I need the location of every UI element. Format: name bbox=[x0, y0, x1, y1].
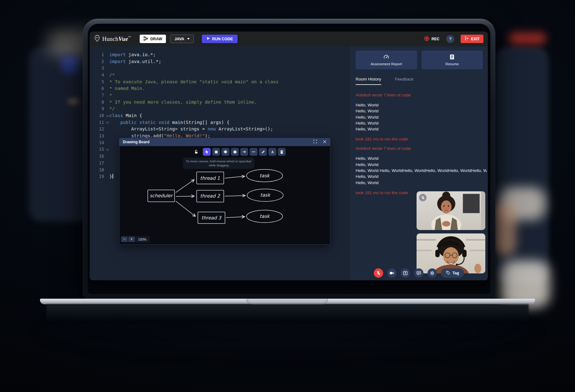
drawing-board-title: Drawing Board bbox=[123, 140, 149, 144]
code-line[interactable]: 8* If you need more classes, simply defi… bbox=[90, 99, 350, 105]
draw-button-label: DRAW bbox=[150, 37, 162, 41]
square-tool-button[interactable] bbox=[212, 148, 220, 156]
top-bar: HunchVue™ DRAW JAVA RUN CODE bbox=[90, 32, 488, 46]
arrow-tool-button[interactable] bbox=[240, 148, 248, 156]
thread1-node-label: thread 1 bbox=[200, 175, 220, 181]
camera-button[interactable] bbox=[387, 268, 397, 278]
exit-label: EXIT bbox=[471, 37, 480, 41]
assessment-report-button[interactable]: Assessment Report bbox=[356, 51, 417, 69]
code-line[interactable]: 1import java.io.*; bbox=[90, 51, 350, 58]
screenshot-stage: HunchVue™ DRAW JAVA RUN CODE bbox=[0, 0, 575, 392]
code-line[interactable]: 7* bbox=[90, 92, 350, 99]
history-list: Antriksh wrote 7 lines of codeHello, Wor… bbox=[356, 93, 487, 195]
drawing-board-header[interactable]: Drawing Board bbox=[119, 138, 330, 146]
fold-chevron-icon[interactable] bbox=[106, 114, 109, 117]
code-line[interactable]: 12 ArrayList<String> strings = new Array… bbox=[90, 126, 350, 133]
video-thumbnail-interviewer[interactable] bbox=[417, 191, 485, 230]
settings-button[interactable] bbox=[428, 268, 437, 278]
code-line[interactable]: 11 public static void main(String[] args… bbox=[90, 119, 350, 126]
panel-tabs: Room History Feedback bbox=[356, 77, 483, 85]
history-entry: Hello, World bbox=[356, 126, 487, 132]
exit-button[interactable]: EXIT bbox=[461, 35, 483, 43]
zoom-in-button[interactable]: + bbox=[128, 237, 135, 242]
owl-pin-logo-icon bbox=[94, 35, 100, 43]
svg-text:A: A bbox=[271, 150, 274, 154]
history-entry: Hello, World bbox=[356, 102, 487, 108]
history-entry: Hello, World bbox=[356, 155, 487, 161]
expand-icon[interactable] bbox=[313, 139, 317, 145]
zoom-controls: − + 100% bbox=[121, 236, 150, 243]
play-icon bbox=[207, 37, 210, 41]
language-select[interactable]: JAVA bbox=[170, 35, 194, 43]
record-dot-icon bbox=[424, 36, 429, 42]
recording-indicator: REC bbox=[424, 36, 439, 42]
code-line[interactable]: 2import java.util.*; bbox=[90, 58, 350, 65]
close-icon[interactable] bbox=[323, 139, 327, 145]
tag-button[interactable]: Tag bbox=[441, 268, 464, 278]
chevron-down-icon bbox=[187, 38, 190, 40]
call-controls bbox=[374, 268, 437, 278]
task3-node-label: task bbox=[260, 213, 270, 219]
language-label: JAVA bbox=[174, 37, 184, 41]
code-line[interactable]: 5* To execute Java, please define "stati… bbox=[90, 78, 350, 85]
history-entry: Antriksh wrote 7 lines of code bbox=[356, 146, 487, 151]
chat-button[interactable] bbox=[414, 268, 423, 278]
background-skin-blob bbox=[494, 203, 516, 256]
tab-feedback[interactable]: Feedback bbox=[395, 77, 413, 85]
code-line[interactable]: 3 bbox=[90, 65, 350, 71]
history-entry: Hello, World bbox=[356, 114, 487, 120]
resume-button[interactable]: Resume bbox=[422, 51, 483, 69]
fold-chevron-icon[interactable] bbox=[106, 120, 109, 124]
run-code-button[interactable]: RUN CODE bbox=[202, 35, 238, 43]
background-warm-blob bbox=[68, 99, 79, 104]
zoom-out-button[interactable]: − bbox=[121, 237, 128, 242]
flow-diagram-icon bbox=[143, 36, 148, 42]
pencil-tool-button[interactable] bbox=[259, 148, 267, 156]
call-controls-bar: Tag bbox=[350, 268, 488, 278]
brand-name: HunchVue™ bbox=[102, 36, 131, 42]
room-history-log[interactable]: Antriksh wrote 7 lines of codeHello, Wor… bbox=[356, 88, 487, 200]
draw-button[interactable]: DRAW bbox=[140, 35, 166, 43]
drawing-board: Drawing Board bbox=[119, 138, 330, 245]
task2-node-label: task bbox=[260, 192, 271, 198]
code-line[interactable]: 4/* bbox=[90, 71, 350, 78]
scheduler-node-label: scheduler bbox=[150, 193, 173, 198]
screen-share-button[interactable] bbox=[401, 268, 410, 278]
diamond-tool-button[interactable] bbox=[222, 148, 229, 156]
gauge-icon bbox=[383, 54, 389, 60]
laptop-base-body bbox=[46, 304, 529, 322]
hunchvue-app-window: HunchVue™ DRAW JAVA RUN CODE bbox=[90, 32, 488, 280]
background-blue-blob bbox=[61, 66, 79, 72]
tag-label: Tag bbox=[452, 271, 459, 275]
select-tool-button[interactable] bbox=[203, 148, 211, 156]
rec-label: REC bbox=[432, 37, 439, 41]
mic-off-button[interactable] bbox=[374, 268, 383, 278]
text-tool-button[interactable]: A bbox=[268, 148, 276, 156]
history-entry: Hello, World bbox=[356, 108, 487, 114]
code-line[interactable]: 9*/ bbox=[90, 105, 350, 112]
background-blue-blob bbox=[61, 58, 80, 65]
circle-tool-button[interactable] bbox=[231, 148, 239, 156]
line-tool-button[interactable] bbox=[250, 148, 258, 156]
background-blur-panel-left bbox=[29, 47, 91, 222]
background-red-blob bbox=[509, 32, 546, 44]
code-line[interactable]: 10class Main { bbox=[90, 112, 350, 119]
logout-icon bbox=[464, 36, 469, 42]
thread3-node-label: thread 3 bbox=[202, 215, 222, 221]
history-entry: Hello, World bbox=[356, 174, 487, 179]
tag-icon bbox=[446, 271, 450, 276]
unlock-tool-button[interactable] bbox=[192, 148, 200, 156]
fold-chevron-icon[interactable] bbox=[106, 148, 109, 151]
code-line[interactable]: 6* named Main. bbox=[90, 85, 350, 92]
laptop-base-notch bbox=[246, 299, 328, 305]
help-button[interactable]: ? bbox=[446, 35, 454, 43]
tab-room-history[interactable]: Room History bbox=[356, 77, 381, 85]
drawing-board-canvas[interactable]: scheduler thread 1 thread 2 thread 3 tas… bbox=[119, 146, 330, 245]
trash-tool-button[interactable] bbox=[278, 148, 286, 156]
zoom-level: 100% bbox=[136, 238, 149, 241]
brand-logo: HunchVue™ bbox=[94, 35, 131, 43]
document-icon bbox=[450, 54, 454, 60]
background-light-blob bbox=[499, 187, 546, 220]
video-thumbnail-candidate[interactable] bbox=[417, 233, 485, 273]
run-code-label: RUN CODE bbox=[212, 37, 233, 41]
